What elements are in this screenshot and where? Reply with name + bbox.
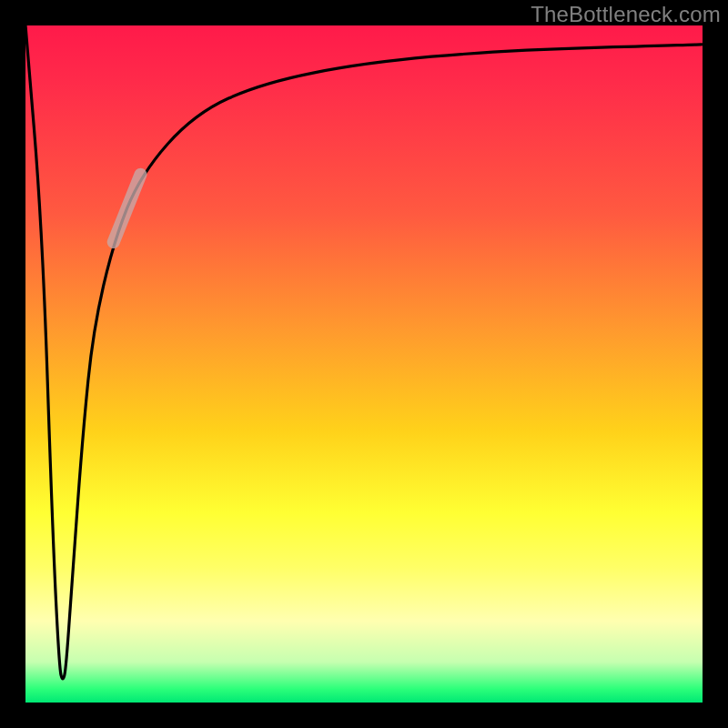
watermark-text: TheBottleneck.com <box>531 2 721 27</box>
figure-frame: TheBottleneck.com <box>0 0 728 728</box>
curve-highlight-segment <box>114 175 141 242</box>
curve-layer <box>25 25 703 703</box>
bottleneck-curve <box>25 25 703 679</box>
